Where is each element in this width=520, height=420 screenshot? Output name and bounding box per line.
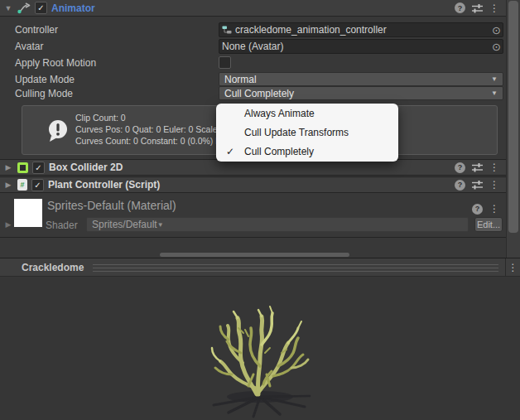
menu-item-label: Cull Completely — [244, 146, 314, 157]
menu-kebab-icon[interactable]: ⋮ — [489, 162, 499, 172]
avatar-value: None (Avatar) — [222, 41, 489, 52]
material-color-swatch — [14, 199, 42, 227]
animator-title: Animator — [51, 2, 95, 14]
update-mode-label: Update Mode — [15, 74, 75, 85]
menu-kebab-icon[interactable]: ⋮ — [489, 3, 499, 13]
controller-label: Controller — [15, 24, 58, 36]
dropdown-arrow-icon: ▼ — [491, 75, 498, 83]
culling-mode-menu: Always Animate Cull Update Transforms ✓ … — [216, 104, 398, 162]
menu-item-label: Always Animate — [244, 108, 315, 119]
controller-object-field[interactable]: crackledome_animation_controller ⊙ — [219, 22, 503, 37]
presets-icon[interactable] — [471, 3, 484, 13]
culling-mode-dropdown[interactable]: Cull Completely ▼ — [219, 86, 503, 100]
apply-root-motion-checkbox[interactable] — [219, 56, 231, 69]
help-icon[interactable]: ? — [455, 2, 465, 13]
animator-component-header[interactable]: ▼ ✓ Animator ? ⋮ — [0, 0, 506, 17]
preview-menu-kebab-icon[interactable]: ⋮ — [508, 263, 518, 273]
avatar-label: Avatar — [15, 41, 43, 52]
material-foldout-icon[interactable]: ▶ — [3, 220, 13, 229]
crackledome-sprite-image — [190, 295, 331, 420]
menu-item-always-animate[interactable]: Always Animate — [216, 104, 398, 123]
update-mode-dropdown[interactable]: Normal ▼ — [219, 72, 503, 86]
animator-enabled-checkbox[interactable]: ✓ — [35, 2, 47, 14]
avatar-object-field[interactable]: None (Avatar) ⊙ — [219, 39, 503, 54]
object-picker-icon[interactable]: ⊙ — [492, 25, 501, 36]
material-title: Sprites-Default (Material) — [47, 199, 176, 212]
preview-area — [0, 277, 520, 420]
plant-controller-title: Plant Controller (Script) — [48, 179, 160, 191]
shader-value: Sprites/Default — [92, 219, 157, 230]
culling-mode-label: Culling Mode — [15, 88, 73, 99]
horizontal-scrollbar-thumb[interactable] — [160, 253, 349, 257]
foldout-closed-icon[interactable]: ▶ — [3, 163, 13, 171]
vertical-scrollbar-track[interactable] — [506, 0, 520, 258]
animator-controller-icon — [222, 25, 232, 35]
info-bubble-icon — [47, 119, 70, 145]
inspector-footer-strip — [0, 238, 506, 249]
update-mode-value: Normal — [224, 74, 491, 85]
dropdown-arrow-icon: ▼ — [491, 89, 498, 97]
apply-root-motion-label: Apply Root Motion — [15, 57, 96, 69]
box-collider-title: Box Collider 2D — [49, 162, 123, 173]
controller-value: crackledome_animation_controller — [235, 24, 489, 36]
box-collider-enabled-checkbox[interactable]: ✓ — [32, 162, 45, 174]
unity-inspector: { "animator": { "title": "Animator", "co… — [0, 0, 520, 420]
vertical-scrollbar-thumb[interactable] — [508, 1, 518, 233]
shader-label: Shader — [46, 220, 78, 231]
menu-kebab-icon[interactable]: ⋮ — [489, 204, 499, 214]
presets-icon[interactable] — [471, 162, 484, 172]
plant-controller-enabled-checkbox[interactable]: ✓ — [31, 179, 44, 191]
shader-dropdown[interactable]: Sprites/Default ▼ — [86, 217, 469, 232]
foldout-open-icon[interactable]: ▼ — [3, 4, 13, 12]
animator-icon — [17, 2, 31, 14]
menu-item-cull-completely[interactable]: ✓ Cull Completely — [216, 142, 398, 162]
menu-kebab-icon[interactable]: ⋮ — [489, 180, 499, 190]
shader-edit-button[interactable]: Edit... — [474, 217, 503, 232]
menu-check-icon: ✓ — [216, 146, 244, 157]
object-picker-icon[interactable]: ⊙ — [492, 41, 501, 52]
help-icon[interactable]: ? — [472, 204, 483, 215]
script-icon: # — [17, 179, 27, 191]
help-icon[interactable]: ? — [455, 180, 465, 191]
box-collider-icon — [17, 162, 28, 173]
plant-controller-component-header[interactable]: ▶ # ✓ Plant Controller (Script) ? ⋮ — [0, 176, 506, 193]
help-icon[interactable]: ? — [455, 162, 465, 173]
box-collider-component-header[interactable]: ▶ ✓ Box Collider 2D ? ⋮ — [0, 159, 506, 176]
culling-mode-value: Cull Completely — [224, 88, 491, 99]
menu-item-cull-update-transforms[interactable]: Cull Update Transforms — [216, 123, 398, 142]
presets-icon[interactable] — [471, 180, 484, 190]
menu-item-label: Cull Update Transforms — [244, 127, 349, 138]
foldout-closed-icon[interactable]: ▶ — [3, 181, 13, 189]
preview-drag-handle[interactable] — [93, 264, 498, 272]
check-icon: ✓ — [37, 3, 44, 12]
preview-title: Crackledome — [22, 262, 84, 273]
dropdown-arrow-icon: ▼ — [157, 221, 164, 229]
preview-pane-header[interactable]: Crackledome ⋮ — [0, 258, 520, 277]
